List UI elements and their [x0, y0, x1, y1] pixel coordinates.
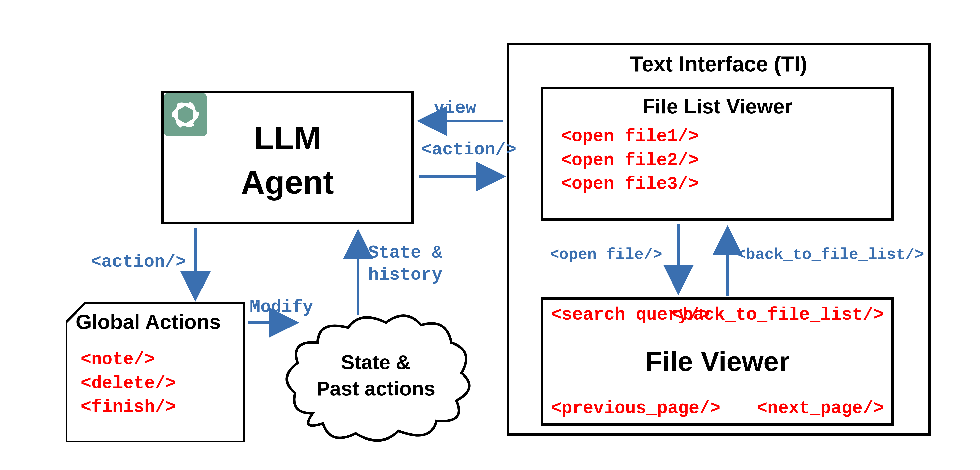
- file-list-item-3: <open file3/>: [561, 172, 699, 196]
- file-viewer-box: <search query/> <back_to_file_list/> Fil…: [541, 297, 894, 426]
- global-action-delete: <delete/>: [81, 372, 176, 395]
- state-cloud-line2: Past actions: [316, 375, 435, 402]
- state-cloud-label: State & Past actions: [280, 308, 472, 443]
- edge-state-to-agent-line2: history: [368, 264, 442, 286]
- global-action-finish: <finish/>: [81, 395, 176, 419]
- edge-state-to-agent-label: State & history: [368, 242, 442, 286]
- global-actions-title: Global Actions: [76, 310, 221, 333]
- file-list-viewer-title: File List Viewer: [544, 95, 891, 118]
- edge-flv-to-fv-label: <open file/>: [550, 246, 662, 264]
- file-list-item-2: <open file2/>: [561, 149, 699, 173]
- global-action-note: <note/>: [81, 348, 176, 372]
- file-viewer-bottom-right: <next_page/>: [757, 399, 884, 418]
- file-viewer-top-right: <back_to_file_list/>: [672, 305, 884, 325]
- edge-agent-to-ti-label: <action/>: [421, 140, 517, 160]
- text-interface-title: Text Interface (TI): [509, 52, 928, 76]
- llm-agent-title-line2: Agent: [164, 160, 411, 205]
- edge-agent-to-global-label: <action/>: [91, 252, 186, 272]
- file-list-viewer-box: File List Viewer <open file1/> <open fil…: [541, 87, 894, 221]
- file-viewer-bottom-left: <previous_page/>: [551, 399, 721, 418]
- text-interface-box: Text Interface (TI) File List Viewer <op…: [507, 43, 931, 436]
- llm-agent-title-line1: LLM: [164, 116, 411, 160]
- llm-agent-box: LLM Agent: [161, 91, 414, 224]
- file-viewer-title: File Viewer: [544, 345, 891, 377]
- edge-fv-to-flv-label: <back_to_file_list/>: [737, 246, 924, 264]
- edge-state-to-agent-line1: State &: [368, 242, 442, 264]
- global-actions-box: Global Actions <note/> <delete/> <finish…: [65, 302, 245, 442]
- state-cloud-line1: State &: [316, 349, 435, 375]
- edge-ti-to-agent-label: view: [434, 98, 476, 118]
- file-list-item-1: <open file1/>: [561, 125, 699, 149]
- edge-global-to-state-label: Modify: [250, 297, 313, 317]
